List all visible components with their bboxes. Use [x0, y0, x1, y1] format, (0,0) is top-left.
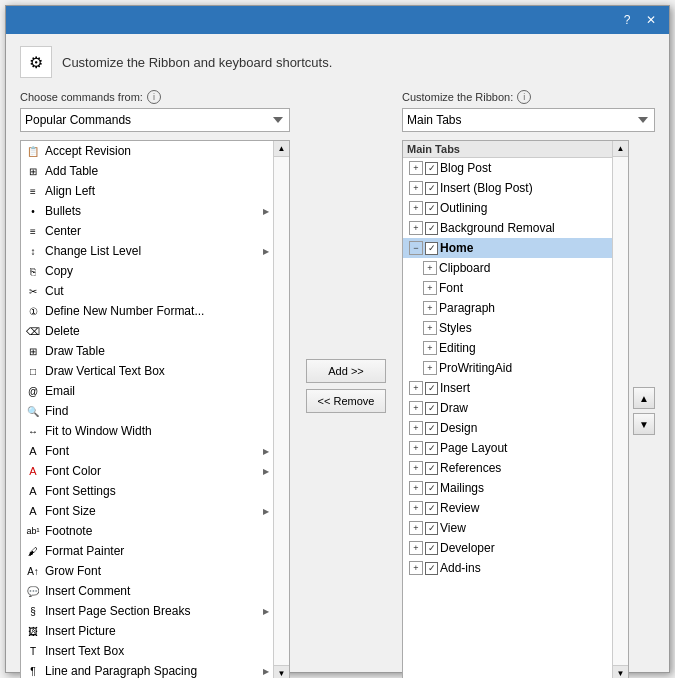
expand-references[interactable]: +	[409, 461, 423, 475]
expand-home[interactable]: −	[409, 241, 423, 255]
tree-item[interactable]: + References	[403, 458, 612, 478]
list-item[interactable]: ⌫Delete	[21, 321, 273, 341]
help-button[interactable]: ?	[617, 10, 637, 30]
tree-item[interactable]: + Clipboard	[403, 258, 612, 278]
list-item[interactable]: □Draw Vertical Text Box	[21, 361, 273, 381]
ribbon-tree-scroll[interactable]: Main Tabs + Blog Post + Ins	[403, 141, 612, 678]
right-scroll-down[interactable]: ▼	[613, 665, 628, 678]
left-info-icon[interactable]: i	[147, 90, 161, 104]
tree-item[interactable]: + Developer	[403, 538, 612, 558]
expand-paragraph[interactable]: +	[423, 301, 437, 315]
list-item[interactable]: ①Define New Number Format...	[21, 301, 273, 321]
tree-item[interactable]: + ProWritingAid	[403, 358, 612, 378]
list-item[interactable]: ¶Line and Paragraph Spacing▶	[21, 661, 273, 678]
checkbox-developer[interactable]	[425, 542, 438, 555]
right-info-icon[interactable]: i	[517, 90, 531, 104]
list-item[interactable]: 🖌Format Painter	[21, 541, 273, 561]
expand-clipboard[interactable]: +	[423, 261, 437, 275]
tree-item[interactable]: + Styles	[403, 318, 612, 338]
list-item[interactable]: •Bullets▶	[21, 201, 273, 221]
tree-item[interactable]: + Insert (Blog Post)	[403, 178, 612, 198]
expand-addins[interactable]: +	[409, 561, 423, 575]
list-item[interactable]: ⊞Draw Table	[21, 341, 273, 361]
tree-item[interactable]: + Outlining	[403, 198, 612, 218]
list-item[interactable]: AFont Color▶	[21, 461, 273, 481]
tree-item[interactable]: + Blog Post	[403, 158, 612, 178]
list-item[interactable]: ↔Fit to Window Width	[21, 421, 273, 441]
ribbon-tree[interactable]: Main Tabs + Blog Post + Ins	[402, 140, 629, 678]
expand-review[interactable]: +	[409, 501, 423, 515]
list-item[interactable]: ≡Align Left	[21, 181, 273, 201]
checkbox-home[interactable]	[425, 242, 438, 255]
tree-item[interactable]: + Page Layout	[403, 438, 612, 458]
expand-prowritingaid[interactable]: +	[423, 361, 437, 375]
list-item[interactable]: @Email	[21, 381, 273, 401]
list-item[interactable]: ↕Change List Level▶	[21, 241, 273, 261]
remove-button[interactable]: << Remove	[306, 389, 386, 413]
checkbox-background[interactable]	[425, 222, 438, 235]
list-item[interactable]: 🖼Insert Picture	[21, 621, 273, 641]
checkbox-design[interactable]	[425, 422, 438, 435]
expand-outlining[interactable]: +	[409, 201, 423, 215]
move-down-button[interactable]: ▼	[633, 413, 655, 435]
tree-item[interactable]: + Background Removal	[403, 218, 612, 238]
list-item[interactable]: ab¹Footnote	[21, 521, 273, 541]
expand-developer[interactable]: +	[409, 541, 423, 555]
tree-item[interactable]: + Editing	[403, 338, 612, 358]
list-item[interactable]: AFont▶	[21, 441, 273, 461]
checkbox-review[interactable]	[425, 502, 438, 515]
list-item[interactable]: ✂Cut	[21, 281, 273, 301]
checkbox-pagelayout[interactable]	[425, 442, 438, 455]
tree-item[interactable]: + Design	[403, 418, 612, 438]
expand-mailings[interactable]: +	[409, 481, 423, 495]
checkbox-addins[interactable]	[425, 562, 438, 575]
add-button[interactable]: Add >>	[306, 359, 386, 383]
expand-editing[interactable]: +	[423, 341, 437, 355]
list-item[interactable]: AFont Settings	[21, 481, 273, 501]
checkbox-insert-blog[interactable]	[425, 182, 438, 195]
expand-insert-blog[interactable]: +	[409, 181, 423, 195]
left-scroll-up[interactable]: ▲	[274, 141, 289, 157]
commands-listbox[interactable]: 📋Accept Revision ⊞Add Table ≡Align Left …	[21, 141, 273, 678]
expand-styles[interactable]: +	[423, 321, 437, 335]
checkbox-references[interactable]	[425, 462, 438, 475]
customize-ribbon-dropdown[interactable]: Main Tabs Tool Tabs All Tabs	[402, 108, 655, 132]
list-item[interactable]: ≡Center	[21, 221, 273, 241]
tree-item[interactable]: + Add-ins	[403, 558, 612, 578]
checkbox-view[interactable]	[425, 522, 438, 535]
expand-design[interactable]: +	[409, 421, 423, 435]
checkbox-draw[interactable]	[425, 402, 438, 415]
checkbox-blog-post[interactable]	[425, 162, 438, 175]
expand-font[interactable]: +	[423, 281, 437, 295]
expand-view[interactable]: +	[409, 521, 423, 535]
tree-item[interactable]: + Draw	[403, 398, 612, 418]
tree-item-home[interactable]: − Home	[403, 238, 612, 258]
tree-item[interactable]: + Font	[403, 278, 612, 298]
list-item[interactable]: A↑Grow Font	[21, 561, 273, 581]
checkbox-mailings[interactable]	[425, 482, 438, 495]
tree-item[interactable]: + Review	[403, 498, 612, 518]
tree-item[interactable]: + Paragraph	[403, 298, 612, 318]
commands-from-dropdown[interactable]: Popular Commands All Commands Commands N…	[20, 108, 290, 132]
tree-item[interactable]: + Insert	[403, 378, 612, 398]
checkbox-insert[interactable]	[425, 382, 438, 395]
checkbox-outlining[interactable]	[425, 202, 438, 215]
tree-item[interactable]: + Mailings	[403, 478, 612, 498]
list-item[interactable]: 💬Insert Comment	[21, 581, 273, 601]
list-item[interactable]: ⎘Copy	[21, 261, 273, 281]
list-item[interactable]: TInsert Text Box	[21, 641, 273, 661]
list-item[interactable]: 📋Accept Revision	[21, 141, 273, 161]
list-item[interactable]: §Insert Page Section Breaks▶	[21, 601, 273, 621]
expand-insert[interactable]: +	[409, 381, 423, 395]
expand-background[interactable]: +	[409, 221, 423, 235]
list-item[interactable]: 🔍Find	[21, 401, 273, 421]
expand-pagelayout[interactable]: +	[409, 441, 423, 455]
right-scroll-up[interactable]: ▲	[613, 141, 628, 157]
list-item[interactable]: ⊞Add Table	[21, 161, 273, 181]
list-item[interactable]: AFont Size▶	[21, 501, 273, 521]
left-scroll-down[interactable]: ▼	[274, 665, 289, 678]
expand-draw[interactable]: +	[409, 401, 423, 415]
tree-item[interactable]: + View	[403, 518, 612, 538]
expand-blog-post[interactable]: +	[409, 161, 423, 175]
move-up-button[interactable]: ▲	[633, 387, 655, 409]
